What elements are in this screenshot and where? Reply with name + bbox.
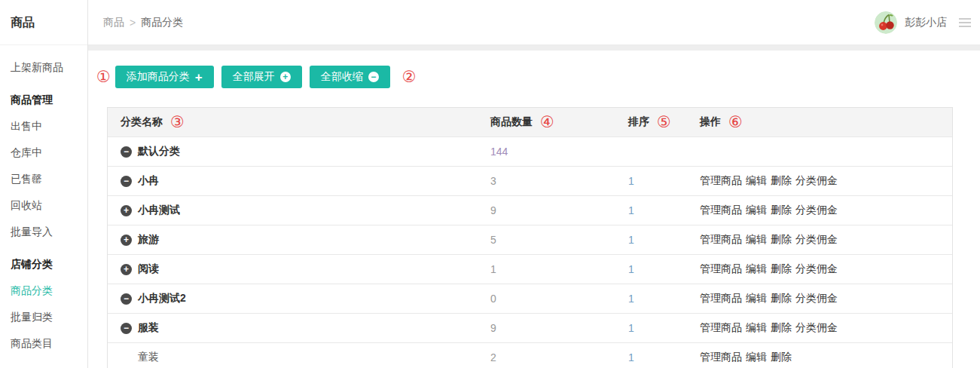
action-link[interactable]: 分类佣金: [795, 262, 838, 274]
product-count-link[interactable]: 3: [490, 175, 496, 187]
column-header-action: 操作: [700, 115, 721, 129]
sort-value[interactable]: 1: [628, 293, 634, 305]
user-area: 彭彭小店: [875, 11, 974, 34]
hamburger-menu-icon[interactable]: [959, 18, 971, 27]
sort-cell: 1: [621, 293, 700, 305]
sort-cell: 1: [621, 234, 700, 246]
table-row: +旅游51管理商品编辑删除分类佣金: [108, 225, 952, 255]
table-row: +阅读11管理商品编辑删除分类佣金: [108, 255, 952, 284]
action-link[interactable]: 管理商品: [700, 292, 742, 304]
action-link[interactable]: 删除: [771, 262, 792, 274]
table-row: −小冉31管理商品编辑删除分类佣金: [108, 167, 952, 196]
action-link[interactable]: 编辑: [746, 174, 767, 186]
collapse-icon[interactable]: −: [121, 146, 132, 158]
annotation-4: ④: [540, 115, 554, 130]
action-link[interactable]: 编辑: [746, 204, 767, 216]
action-link[interactable]: 管理商品: [700, 204, 742, 216]
action-link[interactable]: 编辑: [746, 233, 767, 245]
product-count-link[interactable]: 144: [490, 146, 508, 158]
action-link[interactable]: 编辑: [746, 351, 767, 363]
sidebar-item-batch-import[interactable]: 批量导入: [0, 219, 87, 245]
action-cell: 管理商品编辑删除分类佣金: [700, 204, 952, 217]
product-count-link[interactable]: 0: [490, 293, 496, 305]
sort-value[interactable]: 1: [628, 204, 634, 216]
expand-icon[interactable]: +: [121, 205, 132, 216]
sort-value[interactable]: 1: [628, 322, 634, 334]
sidebar-item-batch-classify[interactable]: 批量归类: [0, 304, 87, 330]
product-count-cell: 9: [481, 204, 621, 216]
category-name: 服装: [138, 321, 159, 335]
category-name: 阅读: [138, 262, 159, 276]
column-header-name: 分类名称: [121, 115, 163, 129]
collapse-icon[interactable]: −: [121, 176, 132, 187]
category-name-cell: −小冉测试2: [108, 292, 481, 305]
sort-cell: 1: [621, 204, 700, 216]
sort-cell: 1: [621, 175, 700, 187]
action-link[interactable]: 编辑: [746, 292, 767, 304]
sort-value[interactable]: 1: [628, 351, 634, 363]
action-link[interactable]: 分类佣金: [795, 321, 838, 333]
sidebar-item-sold-out[interactable]: 已售罄: [0, 166, 87, 192]
action-link[interactable]: 管理商品: [700, 233, 742, 245]
toolbar: ① 添加商品分类+全部展开+全部收缩− ②: [92, 66, 968, 88]
action-link[interactable]: 删除: [771, 233, 792, 245]
table-row: −小冉测试201管理商品编辑删除分类佣金: [108, 284, 952, 314]
action-link[interactable]: 删除: [771, 351, 792, 363]
table-row: −默认分类144: [108, 137, 952, 167]
column-header-name-cell: 分类名称 ③: [108, 115, 481, 130]
category-name: 小冉测试: [138, 204, 180, 217]
sidebar-item-on-sale[interactable]: 出售中: [0, 113, 87, 140]
button-label: 全部收缩: [321, 70, 363, 84]
column-header-sort-cell: 排序 ⑤: [621, 115, 700, 130]
sort-value[interactable]: 1: [628, 263, 634, 275]
sidebar-nav: 上架新商品商品管理出售中仓库中已售罄回收站批量导入店铺分类商品分类批量归类商品类…: [0, 45, 87, 368]
action-link[interactable]: 删除: [771, 321, 792, 333]
expand-all-button[interactable]: 全部展开+: [221, 66, 302, 88]
category-name-cell: +旅游: [108, 233, 481, 247]
breadcrumb-parent[interactable]: 商品: [103, 16, 124, 29]
cherries-avatar-icon[interactable]: [875, 11, 897, 34]
product-count-link[interactable]: 9: [490, 322, 496, 334]
annotation-2: ②: [402, 69, 417, 85]
sort-value[interactable]: 1: [628, 175, 634, 187]
action-link[interactable]: 编辑: [746, 262, 767, 274]
sort-value[interactable]: 1: [628, 234, 634, 246]
shop-name[interactable]: 彭彭小店: [905, 16, 947, 29]
product-count-link[interactable]: 9: [490, 204, 496, 216]
sort-cell: 1: [621, 351, 700, 363]
action-link[interactable]: 管理商品: [700, 321, 742, 333]
action-link[interactable]: 删除: [771, 204, 792, 216]
sidebar-item-in-warehouse[interactable]: 仓库中: [0, 140, 87, 166]
product-count-link[interactable]: 1: [490, 263, 496, 275]
action-link[interactable]: 管理商品: [700, 262, 742, 274]
collapse-icon[interactable]: −: [121, 323, 132, 334]
product-count-link[interactable]: 2: [490, 351, 496, 363]
sidebar-item-shelf-new-product[interactable]: 上架新商品: [0, 54, 87, 81]
table-row: 童装21管理商品编辑删除: [108, 343, 952, 368]
button-label: 添加商品分类: [127, 70, 190, 84]
action-link[interactable]: 分类佣金: [795, 233, 838, 245]
collapse-all-button[interactable]: 全部收缩−: [310, 66, 390, 88]
sidebar-item-product-category[interactable]: 商品分类: [0, 278, 87, 304]
plus-icon: +: [195, 71, 203, 84]
action-link[interactable]: 分类佣金: [795, 174, 838, 186]
action-link[interactable]: 分类佣金: [795, 204, 838, 216]
action-link[interactable]: 分类佣金: [795, 292, 838, 304]
expand-icon[interactable]: +: [121, 264, 132, 275]
sidebar-item-recycle-bin[interactable]: 回收站: [0, 192, 87, 219]
expand-icon[interactable]: +: [121, 235, 132, 246]
action-cell: 管理商品编辑删除分类佣金: [700, 233, 952, 247]
action-link[interactable]: 管理商品: [700, 174, 742, 186]
product-count-link[interactable]: 5: [490, 234, 496, 246]
add-category-button[interactable]: 添加商品分类+: [115, 66, 214, 88]
action-link[interactable]: 编辑: [746, 321, 767, 333]
breadcrumb-separator: >: [130, 17, 136, 29]
collapse-icon[interactable]: −: [121, 293, 132, 305]
category-name-cell: +阅读: [108, 262, 481, 276]
action-link[interactable]: 删除: [771, 174, 792, 186]
sidebar-item-product-catalog[interactable]: 商品类目: [0, 330, 87, 357]
annotation-1: ①: [96, 69, 111, 85]
action-link[interactable]: 删除: [771, 292, 792, 304]
product-count-cell: 144: [481, 146, 621, 158]
action-link[interactable]: 管理商品: [700, 351, 742, 363]
